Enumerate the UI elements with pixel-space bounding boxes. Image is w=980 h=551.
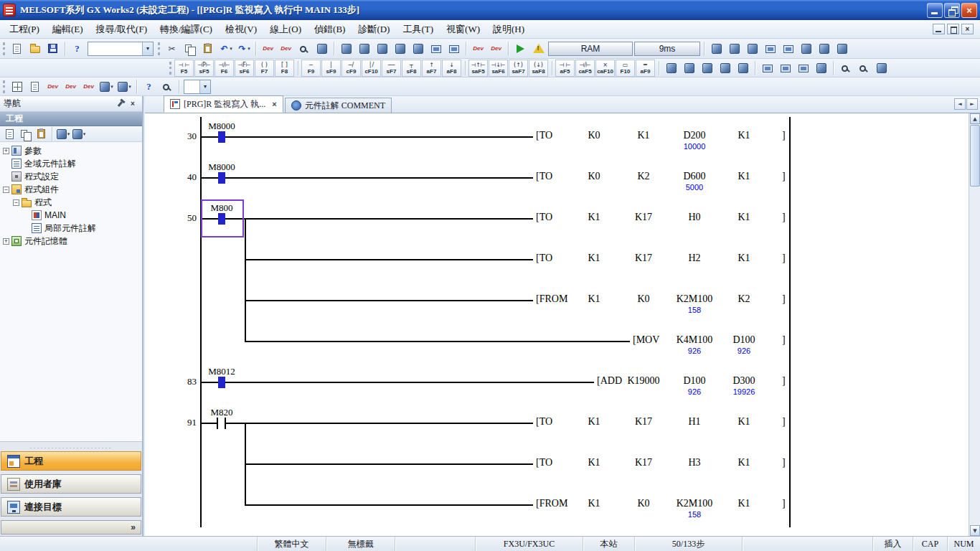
paste-icon[interactable] <box>199 40 217 57</box>
new-item-icon[interactable] <box>1 127 17 141</box>
view-button-project[interactable]: 工程 <box>1 451 141 471</box>
instruction-TO[interactable]: [TO <box>536 253 552 264</box>
operand-K1[interactable]: K1 <box>710 498 778 509</box>
instruction-TO[interactable]: [TO <box>536 130 552 141</box>
device-display-format-icon[interactable]: Dev <box>44 78 62 95</box>
view-button-connection-destination[interactable]: 連接目標 <box>1 497 141 517</box>
scroll-down-icon[interactable]: ▼ <box>970 525 980 536</box>
note-edit-icon[interactable] <box>680 60 698 77</box>
device-batch-monitor-icon[interactable]: Dev <box>487 40 505 57</box>
dropdown-arrow-icon[interactable]: ▾ <box>83 131 86 137</box>
ladder-edit-mode-icon[interactable] <box>707 40 725 57</box>
menu-view[interactable]: 檢視(V) <box>219 20 263 39</box>
operand-K1[interactable]: K1 <box>710 212 778 223</box>
fkey-saF5-button[interactable]: ⊣↑⊢saF5 <box>468 60 488 77</box>
instruction-MOV[interactable]: [MOV <box>633 334 659 346</box>
instruction-TO[interactable]: [TO <box>536 212 552 223</box>
expand-icon[interactable]: + <box>3 238 9 245</box>
undo-icon[interactable]: ↶▾ <box>217 40 235 57</box>
menu-online[interactable]: 線上(O) <box>263 20 308 39</box>
dropdown-arrow-icon[interactable]: ▾ <box>67 131 70 137</box>
statement-display-icon[interactable] <box>815 40 833 57</box>
panel-close-icon[interactable]: × <box>127 99 138 109</box>
monitor-write-mode-icon[interactable] <box>779 40 797 57</box>
fkey-caF5-button[interactable]: ⊣/⊢caF5 <box>575 60 595 77</box>
menu-window[interactable]: 視窗(W) <box>440 20 486 39</box>
fkey-sF7-button[interactable]: ──sF7 <box>382 60 401 77</box>
fkey-caF10-button[interactable]: ×caF10 <box>595 60 615 77</box>
instruction-TO[interactable]: [TO <box>536 171 552 182</box>
scrollbar-thumb[interactable] <box>970 125 980 187</box>
tree-item-device-memory[interactable]: +元件記憶體 <box>0 235 142 248</box>
mdi-restore-button[interactable] <box>947 24 959 34</box>
instruction-TO[interactable]: [TO <box>536 416 552 428</box>
device-display-icon[interactable]: Dev <box>259 40 277 57</box>
contact-bar[interactable] <box>225 418 226 429</box>
mdi-minimize-button[interactable] <box>933 24 945 34</box>
program-check-icon[interactable] <box>337 40 355 57</box>
monitor-condition-icon[interactable] <box>758 60 776 77</box>
paste-item-icon[interactable] <box>33 127 49 141</box>
panel-splitter-dots[interactable] <box>0 444 142 451</box>
fit-width-icon[interactable] <box>872 60 890 77</box>
fkey-aF9-button[interactable]: ═aF9 <box>636 60 655 77</box>
toolbar-gripper[interactable] <box>169 62 171 75</box>
tab-scroll-left-icon[interactable]: ◄ <box>954 98 966 110</box>
close-button[interactable]: × <box>961 3 977 18</box>
find-icon[interactable] <box>295 40 313 57</box>
menu-find-replace[interactable]: 搜尋/取代(F) <box>90 20 154 39</box>
fkey-saF8-button[interactable]: (↓)saF8 <box>529 60 548 77</box>
instruction-TO[interactable]: [TO <box>536 457 552 468</box>
operand-K1[interactable]: K1 <box>710 130 778 141</box>
fkey-F10-button[interactable]: ▭F10 <box>616 60 635 77</box>
view-button-user-library[interactable]: 使用者庫 <box>1 474 141 494</box>
redo-icon[interactable]: ↷▾ <box>235 40 253 57</box>
cut-icon[interactable]: ✂ <box>163 40 181 57</box>
find-in-project-icon[interactable] <box>158 78 176 95</box>
device-test-icon[interactable]: Dev <box>469 40 487 57</box>
display-format-icon[interactable]: ▾ <box>98 78 116 95</box>
collapse-icon[interactable]: − <box>3 187 9 193</box>
menu-debug[interactable]: 偵錯(B) <box>308 20 352 39</box>
dropdown-arrow-icon[interactable]: ▾ <box>142 42 153 55</box>
device-comment-edit-icon[interactable] <box>698 60 716 77</box>
intelligent-monitor-icon[interactable] <box>794 60 812 77</box>
scroll-up-icon[interactable]: ▲ <box>970 113 980 124</box>
operand-K2[interactable]: K2 <box>710 293 778 305</box>
fkey-F7-button[interactable]: ( )F7 <box>255 60 274 77</box>
operand-D300[interactable]: D300 <box>710 375 778 387</box>
cross-reference-icon[interactable] <box>313 40 331 57</box>
tree-item-program[interactable]: −程式 <box>0 196 142 209</box>
menu-project[interactable]: 工程(P) <box>3 20 46 39</box>
ladder-editor[interactable]: 30M8000[TOK0K1D20010000K1]40M8000[TOK0K2… <box>145 113 969 536</box>
tab-scroll-right-icon[interactable]: ► <box>966 98 978 110</box>
fkey-sF8-button[interactable]: ┬sF8 <box>402 60 421 77</box>
operand-K1[interactable]: K1 <box>710 171 778 182</box>
menu-edit[interactable]: 編輯(E) <box>46 20 90 39</box>
contact-bar[interactable] <box>217 418 218 429</box>
dropdown-arrow-icon[interactable]: ▾ <box>230 46 232 52</box>
display-target-combo[interactable]: ▾ <box>184 80 211 94</box>
write-to-plc-icon[interactable] <box>409 40 427 57</box>
mdi-close-button[interactable]: × <box>961 24 974 34</box>
toolbar-gripper[interactable] <box>3 80 5 93</box>
dropdown-arrow-icon[interactable]: ▾ <box>199 80 210 93</box>
dropdown-arrow-icon[interactable]: ▾ <box>110 84 113 90</box>
tab-device-comment[interactable]: 元件註解 COMMENT <box>285 98 392 113</box>
comment-display-icon[interactable] <box>797 40 815 57</box>
menu-help[interactable]: 說明(H) <box>486 20 531 39</box>
ladder-block-icon[interactable] <box>716 60 734 77</box>
read-from-plc-icon[interactable] <box>391 40 409 57</box>
simulation-start-icon[interactable] <box>512 40 529 57</box>
help-icon[interactable]: ? <box>68 40 86 57</box>
dropdown-arrow-icon[interactable]: ▾ <box>248 46 250 52</box>
tree-item-pou[interactable]: −程式組件 <box>0 183 142 196</box>
more-views-button[interactable]: » <box>1 520 141 534</box>
tree-item-local-device-comment[interactable]: 局部元件註解 <box>0 222 142 235</box>
collapse-icon[interactable]: − <box>13 199 19 206</box>
fkey-cF10-button[interactable]: │/cF10 <box>362 60 381 77</box>
menu-convert-compile[interactable]: 轉換/編譯(C) <box>154 20 219 39</box>
vertical-scrollbar[interactable]: ▲ ▼ <box>969 113 980 536</box>
copy-item-icon[interactable] <box>17 127 33 141</box>
toolbar-gripper[interactable] <box>158 42 160 55</box>
